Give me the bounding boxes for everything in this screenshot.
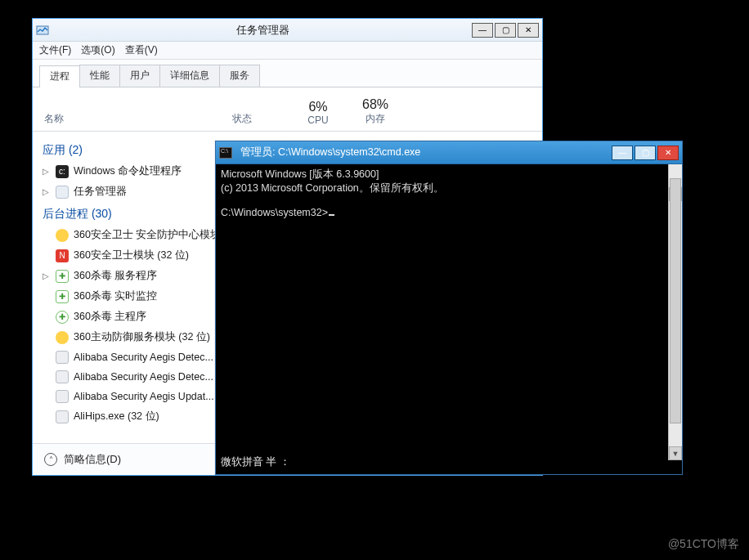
module-icon: N [56, 249, 69, 262]
mem-label: 内存 [366, 113, 385, 124]
process-label: Alibaba Security Aegis Detec... [74, 371, 213, 383]
scroll-down-icon[interactable]: ▼ [669, 446, 682, 460]
expand-caret-icon[interactable]: ▷ [43, 167, 51, 176]
process-label: Windows 命令处理程序 [74, 164, 182, 178]
maximize-button[interactable]: ▢ [495, 23, 516, 38]
cpu-label: CPU [307, 114, 328, 126]
column-headers: 名称 状态 6% CPU 68% 内存 [33, 87, 542, 132]
cursor-icon [329, 214, 334, 216]
scroll-thumb[interactable] [670, 178, 681, 423]
process-label: Alibaba Security Aegis Updat... [74, 391, 214, 402]
shield-icon [56, 331, 69, 344]
process-label: 360杀毒 实时监控 [74, 289, 157, 303]
ime-status: 微软拼音 半 ： [221, 455, 290, 469]
column-status[interactable]: 状态 [232, 112, 289, 126]
brief-info-label: 简略信息(D) [64, 452, 121, 467]
process-label: 360杀毒 主程序 [74, 310, 146, 324]
shield-icon [56, 229, 69, 242]
close-button[interactable]: ✕ [657, 146, 679, 160]
minimize-button[interactable]: — [472, 23, 493, 38]
menu-bar: 文件(F) 选项(O) 查看(V) [33, 42, 542, 60]
window-controls: — ▢ ✕ [612, 146, 679, 160]
process-label: 360安全卫士模块 (32 位) [74, 249, 189, 262]
service-icon [56, 390, 69, 403]
close-button[interactable]: ✕ [518, 23, 539, 38]
process-label: 任务管理器 [74, 185, 127, 199]
cpu-percent: 6% [289, 100, 347, 114]
menu-options[interactable]: 选项(O) [81, 43, 114, 57]
menu-view[interactable]: 查看(V) [125, 43, 158, 57]
process-label: 360主动防御服务模块 (32 位) [74, 330, 210, 344]
service-icon [56, 351, 69, 364]
window-controls: — ▢ ✕ [472, 23, 539, 38]
cmd-prompt: C:\Windows\system32> [221, 207, 328, 218]
tab-strip: 进程 性能 用户 详细信息 服务 [33, 60, 542, 87]
column-name[interactable]: 名称 [44, 112, 232, 126]
task-manager-icon [36, 24, 49, 37]
cmd-title: 管理员: C:\Windows\system32\cmd.exe [237, 146, 612, 159]
service-icon [56, 370, 69, 383]
tab-services[interactable]: 服务 [219, 65, 260, 87]
expand-caret-icon[interactable]: ▷ [43, 187, 51, 196]
process-label: 360杀毒 服务程序 [74, 269, 157, 283]
cmd-icon [219, 147, 232, 159]
cmd-line1: Microsoft Windows [版本 6.3.9600] [221, 168, 379, 180]
cmd-line2: (c) 2013 Microsoft Corporation。保留所有权利。 [221, 182, 444, 194]
scrollbar[interactable]: ▲ ▼ [668, 164, 682, 460]
antivirus-icon: ✚ [56, 290, 69, 303]
cmd-titlebar[interactable]: 管理员: C:\Windows\system32\cmd.exe — ▢ ✕ [216, 141, 682, 164]
service-icon [56, 410, 69, 423]
task-manager-title: 任务管理器 [54, 23, 472, 38]
expand-caret-icon[interactable]: ▷ [43, 271, 51, 280]
minimize-button[interactable]: — [612, 146, 633, 160]
watermark: @51CTO博客 [668, 537, 739, 552]
process-label: AliHips.exe (32 位) [74, 410, 159, 423]
cmd-window: 管理员: C:\Windows\system32\cmd.exe — ▢ ✕ M… [215, 141, 683, 475]
cmd-icon: c: [56, 165, 69, 178]
column-memory[interactable]: 68% 内存 [347, 97, 404, 126]
cmd-terminal[interactable]: Microsoft Windows [版本 6.3.9600] (c) 2013… [216, 164, 682, 474]
taskmgr-icon [56, 186, 69, 199]
maximize-button[interactable]: ▢ [635, 146, 656, 160]
tab-processes[interactable]: 进程 [39, 65, 80, 87]
column-cpu[interactable]: 6% CPU [289, 100, 347, 126]
tab-details[interactable]: 详细信息 [159, 65, 220, 87]
process-label: Alibaba Security Aegis Detec... [74, 352, 213, 363]
task-manager-titlebar[interactable]: 任务管理器 — ▢ ✕ [33, 19, 542, 42]
tab-users[interactable]: 用户 [119, 65, 160, 87]
antivirus-icon: ✚ [56, 311, 69, 324]
tab-performance[interactable]: 性能 [79, 65, 120, 87]
process-label: 360安全卫士 安全防护中心模块... [74, 228, 230, 242]
antivirus-icon: ✚ [56, 270, 69, 283]
menu-file[interactable]: 文件(F) [39, 43, 71, 57]
mem-percent: 68% [347, 97, 404, 112]
chevron-up-icon: ˄ [44, 453, 57, 466]
